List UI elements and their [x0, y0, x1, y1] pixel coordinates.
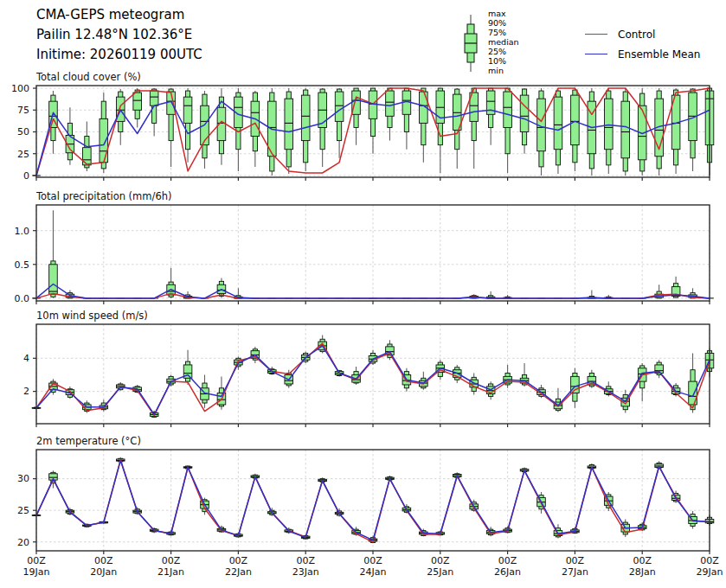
x-tick-day-label: 19Jan — [23, 566, 50, 578]
control-legend-row: Control — [585, 24, 700, 44]
wind-y-tick-label: 4 — [23, 353, 29, 364]
control-label: Control — [607, 29, 655, 41]
x-tick-hour-label: 00Z — [363, 555, 382, 566]
panel-cloud: 0255075100Total cloud cover (%) — [11, 71, 714, 182]
x-tick-hour-label: 00Z — [296, 555, 315, 566]
panel-temp: 2025302m temperature (°C) — [17, 435, 714, 554]
legend-label-10: 10% — [488, 56, 519, 66]
x-tick-day-label: 28Jan — [629, 566, 656, 578]
x-tick-hour-label: 00Z — [633, 555, 652, 566]
x-tick-day-label: 21Jan — [157, 566, 184, 578]
x-tick-hour-label: 00Z — [94, 555, 113, 566]
cloud-y-tick-label: 50 — [17, 126, 29, 137]
panel-precip: 0.00.51.0Total precipitation (mm/6h) — [15, 190, 714, 304]
legend-label-90: 90% — [488, 18, 519, 28]
cloud-boxes — [32, 88, 714, 176]
x-tick-day-label: 25Jan — [427, 566, 453, 578]
x-tick-day-label: 24Jan — [360, 566, 387, 578]
legend-label-75: 75% — [488, 28, 519, 37]
x-tick-day-label: 26Jan — [494, 566, 521, 578]
legend-label-max: max — [488, 9, 519, 18]
legend-label-min: min — [488, 66, 519, 75]
temp-panel-title: 2m temperature (°C) — [36, 435, 141, 447]
series-legend: Control Ensemble Mean — [585, 24, 700, 64]
temp-y-tick-label: 25 — [17, 505, 29, 516]
x-tick-hour-label: 00Z — [431, 555, 450, 566]
legend-label-median: median — [488, 37, 519, 47]
ensemble-mean-legend-row: Ensemble Mean — [585, 44, 700, 64]
cloud-panel-title: Total cloud cover (%) — [35, 71, 141, 83]
ensemble-mean-line-swatch — [585, 54, 607, 54]
legend-label-25: 25% — [488, 47, 519, 56]
panel-wind: 2410m wind speed (m/s) — [23, 310, 714, 427]
chart-header: CMA-GEPS meteogram Pailin 12.48°N 102.36… — [36, 5, 202, 65]
temp-y-tick-label: 20 — [17, 537, 29, 548]
x-tick-day-label: 29Jan — [697, 566, 723, 578]
cloud-y-tick-label: 25 — [17, 149, 29, 160]
wind-panel-title: 10m wind speed (m/s) — [36, 310, 148, 322]
x-tick-hour-label: 00Z — [27, 555, 46, 566]
control-line-swatch — [585, 34, 607, 35]
x-tick-day-label: 27Jan — [562, 566, 588, 578]
x-axis-labels: 00Z19Jan00Z20Jan00Z21Jan00Z22Jan00Z23Jan… — [23, 555, 723, 578]
temp-y-tick-label: 30 — [17, 473, 29, 484]
cloud-y-tick-label: 0 — [23, 170, 29, 182]
x-tick-hour-label: 00Z — [700, 555, 719, 566]
chart-title: CMA-GEPS meteogram — [36, 5, 202, 25]
x-tick-hour-label: 00Z — [162, 555, 181, 566]
x-tick-hour-label: 00Z — [498, 555, 517, 566]
temp-boxes — [32, 457, 714, 543]
boxplot-legend-glyph — [457, 9, 485, 78]
wind-y-tick-label: 2 — [23, 386, 29, 397]
precip-y-tick-label: 1.0 — [15, 226, 30, 237]
meteogram: 0255075100Total cloud cover (%)0.00.51.0… — [0, 0, 726, 588]
chart-inittime: Initime: 20260119 00UTC — [36, 45, 202, 65]
cloud-y-tick-label: 75 — [17, 105, 29, 116]
cloud-y-tick-label: 100 — [11, 83, 29, 94]
boxplot-legend-labels: max 90% 75% median 25% 10% min — [488, 9, 519, 75]
chart-location: Pailin 12.48°N 102.36°E — [36, 25, 202, 45]
x-tick-day-label: 22Jan — [225, 566, 252, 578]
x-tick-hour-label: 00Z — [229, 555, 248, 566]
x-tick-hour-label: 00Z — [566, 555, 585, 566]
boxplot-legend: max 90% 75% median 25% 10% min — [457, 9, 485, 78]
precip-y-tick-label: 0.0 — [15, 293, 30, 304]
x-tick-day-label: 20Jan — [90, 566, 117, 578]
precip-y-tick-label: 0.5 — [15, 259, 30, 271]
meteogram-panels: 0255075100Total cloud cover (%)0.00.51.0… — [0, 0, 726, 588]
x-tick-day-label: 23Jan — [292, 566, 319, 578]
precip-panel-title: Total precipitation (mm/6h) — [35, 190, 171, 202]
ensemble-mean-label: Ensemble Mean — [607, 48, 700, 61]
